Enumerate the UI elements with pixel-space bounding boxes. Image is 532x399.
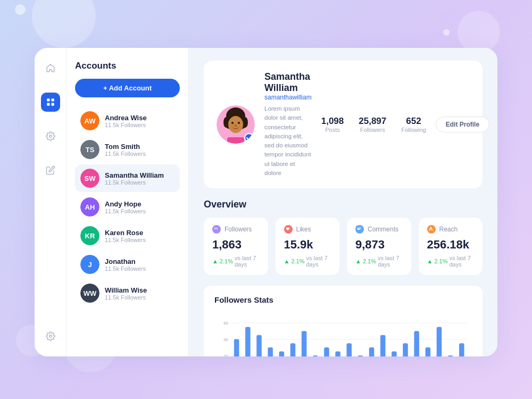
svg-rect-84 (437, 327, 442, 356)
svg-text:40: 40 (223, 337, 228, 342)
account-avatar: SW (80, 169, 99, 188)
profile-username: samanthawilliam (264, 94, 312, 101)
nav-settings-outline[interactable] (41, 127, 60, 146)
svg-point-31 (214, 228, 215, 229)
account-item[interactable]: AW Andrea Wise11.5k Followers (75, 107, 180, 135)
svg-rect-72 (369, 347, 375, 356)
card-header: Likes (284, 225, 331, 234)
card-type-icon (355, 225, 364, 234)
stat-label: Following (401, 127, 426, 133)
account-item[interactable]: WW William Wise11.5k Followers (75, 279, 180, 307)
bg-decor-circle-1 (32, 0, 96, 48)
profile-name: Samantha William (264, 71, 312, 94)
svg-point-27 (238, 122, 240, 124)
svg-rect-88 (459, 343, 464, 356)
account-item[interactable]: KR Karen Rose11.5k Followers (75, 222, 180, 250)
nav-home[interactable] (41, 59, 60, 78)
svg-text:SW: SW (85, 174, 96, 182)
svg-text:J: J (88, 261, 92, 269)
trend-percent: 2.1% (363, 258, 376, 264)
card-label: Followers (225, 226, 252, 233)
svg-rect-52 (256, 335, 262, 356)
stat-item: 25,897 Followers (359, 116, 386, 133)
svg-rect-35 (357, 228, 361, 229)
svg-rect-82 (426, 347, 431, 356)
account-avatar: KR (80, 226, 99, 245)
trend-arrow: ▲ (284, 258, 290, 264)
svg-text:60: 60 (223, 321, 228, 326)
account-name: Andy Hope (105, 200, 174, 208)
account-item[interactable]: TS Tom Smith11.5k Followers (75, 136, 180, 163)
account-followers: 11.5k Followers (105, 122, 174, 128)
card-value: 1,863 (212, 238, 260, 252)
svg-point-28 (235, 125, 237, 127)
account-name: Jonathan (105, 257, 174, 265)
main-content: Samantha William samanthawilliam Lorem i… (189, 48, 497, 356)
svg-rect-3 (51, 103, 54, 106)
account-item[interactable]: SW Samantha William11.5k Followers (75, 164, 180, 192)
account-followers: 11.5k Followers (105, 208, 174, 214)
svg-rect-48 (234, 339, 239, 356)
profile-header: Samantha William samanthawilliam Lorem i… (204, 61, 483, 188)
svg-rect-74 (380, 335, 386, 356)
svg-rect-60 (302, 331, 307, 356)
verified-badge (244, 133, 254, 143)
stat-value: 652 (401, 116, 426, 127)
bg-decor-circle-4 (443, 29, 450, 36)
profile-bio: Lorem ipsum dolor sit amet, consectetur … (264, 104, 312, 178)
card-trend: ▲ 2.1% vs last 7 days (284, 255, 331, 268)
overview-cards: Followers 1,863 ▲ 2.1% vs last 7 days Li… (204, 218, 483, 275)
svg-point-26 (231, 122, 234, 124)
trend-arrow: ▲ (427, 258, 433, 264)
trend-description: vs last 7 days (306, 255, 331, 268)
account-info: William Wise11.5k Followers (105, 286, 174, 301)
account-avatar: J (80, 255, 99, 274)
trend-description: vs last 7 days (449, 255, 474, 268)
trend-percent: 2.1% (220, 258, 233, 264)
edit-profile-button[interactable]: Edit Profile (436, 117, 489, 132)
svg-rect-50 (245, 327, 251, 356)
svg-text:20: 20 (223, 354, 228, 356)
account-followers: 11.5k Followers (105, 265, 174, 272)
overview-card: Reach 256.18k ▲ 2.1% vs last 7 days (419, 218, 483, 275)
svg-rect-2 (47, 103, 49, 106)
nav-edit[interactable] (41, 161, 60, 180)
trend-percent: 2.1% (434, 258, 447, 264)
profile-info: Samantha William samanthawilliam Lorem i… (264, 71, 312, 178)
card-label: Reach (439, 226, 458, 233)
svg-rect-54 (268, 347, 273, 356)
svg-rect-36 (357, 229, 360, 230)
svg-text:AH: AH (85, 203, 95, 211)
card-type-icon (212, 225, 221, 234)
stat-label: Followers (359, 127, 386, 133)
svg-rect-34 (356, 226, 362, 232)
nav-gear[interactable] (41, 327, 60, 346)
account-name: Samantha William (105, 171, 174, 179)
account-item[interactable]: AH Andy Hope11.5k Followers (75, 193, 180, 221)
card-value: 256.18k (427, 238, 475, 252)
account-followers: 11.5k Followers (105, 151, 174, 157)
card-trend: ▲ 2.1% vs last 7 days (212, 255, 260, 268)
sidebar: Accounts + Add Account AW Andrea Wise11.… (66, 48, 189, 356)
card-type-icon (284, 225, 293, 234)
overview-card: Followers 1,863 ▲ 2.1% vs last 7 days (204, 218, 268, 275)
account-avatar: AH (80, 197, 99, 217)
svg-point-32 (217, 228, 218, 229)
account-info: Samantha William11.5k Followers (105, 171, 174, 186)
stat-item: 1,098 Posts (321, 116, 344, 133)
main-card: Accounts + Add Account AW Andrea Wise11.… (35, 48, 497, 356)
account-info: Jonathan11.5k Followers (105, 257, 174, 272)
account-info: Karen Rose11.5k Followers (105, 229, 174, 243)
account-item[interactable]: J Jonathan11.5k Followers (75, 251, 180, 278)
svg-rect-56 (279, 352, 285, 356)
svg-rect-1 (51, 98, 54, 101)
card-value: 15.9k (284, 238, 331, 252)
card-header: Followers (212, 225, 260, 234)
trend-description: vs last 7 days (235, 255, 260, 268)
card-trend: ▲ 2.1% vs last 7 days (427, 255, 475, 268)
add-account-button[interactable]: + Add Account (75, 79, 180, 97)
account-list: AW Andrea Wise11.5k Followers TS Tom Smi… (75, 107, 180, 307)
account-name: Tom Smith (105, 143, 174, 151)
svg-rect-68 (346, 343, 352, 356)
nav-dashboard[interactable] (41, 93, 60, 112)
